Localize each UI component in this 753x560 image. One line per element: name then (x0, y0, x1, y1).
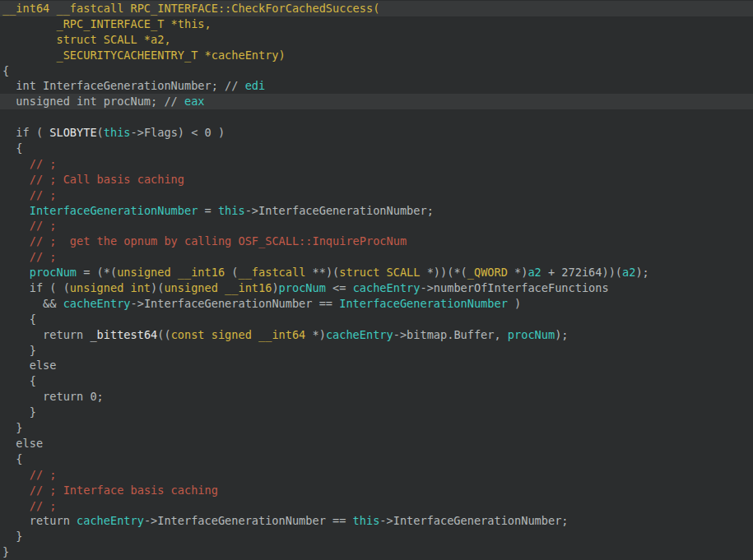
pseudocode-view[interactable]: __int64 __fastcall RPC_INTERFACE::CheckF… (0, 0, 753, 560)
code-line[interactable]: int InterfaceGenerationNumber; // edi (2, 78, 753, 94)
code-line[interactable]: { (2, 63, 753, 79)
code-line[interactable]: { (2, 141, 753, 156)
code-token-type: _QWORD (467, 266, 508, 279)
code-line[interactable]: return cacheEntry->InterfaceGenerationNu… (2, 513, 753, 529)
code-line[interactable]: // ; (2, 498, 753, 514)
code-token-default: else (2, 359, 56, 372)
code-token-default: return 0; (2, 390, 104, 403)
code-token-variable: procNum (279, 281, 326, 294)
code-token-type: unsigned __int16 (164, 281, 272, 294)
code-token-default: ( (225, 266, 238, 279)
code-token-default: ->numberOfInterfaceFunctions (420, 281, 608, 294)
code-line[interactable]: { (2, 451, 753, 467)
code-token-variable: a2 (528, 266, 541, 279)
code-token-variable: this (104, 126, 131, 139)
code-line[interactable]: { (2, 312, 753, 327)
code-line-current[interactable]: __int64 __fastcall RPC_INTERFACE::CheckF… (0, 1, 753, 16)
code-line[interactable]: else (2, 436, 753, 451)
code-line[interactable]: // ; (2, 187, 753, 203)
code-line[interactable]: // ; Interface basis caching (2, 483, 753, 498)
code-token-default: && (2, 297, 63, 310)
code-line[interactable]: return 0; (2, 389, 753, 405)
code-token-variable: cacheEntry (353, 281, 421, 294)
code-line[interactable]: _RPC_INTERFACE_T *this, (2, 16, 753, 32)
code-line[interactable]: } (2, 343, 753, 359)
code-token-default: )( (151, 281, 164, 294)
code-token-default: *) (508, 266, 528, 279)
code-line[interactable]: } (2, 420, 753, 436)
code-token-comment: // ; (30, 250, 57, 263)
code-token-default (2, 234, 30, 248)
code-token-variable: InterfaceGenerationNumber (339, 297, 508, 310)
code-line[interactable]: // ; get the opnum by calling OSF_SCALL:… (2, 234, 753, 249)
code-token-default: ->InterfaceGenerationNumber; (245, 204, 434, 217)
code-line[interactable]: // ; (2, 156, 753, 172)
code-line[interactable]: // ; (2, 249, 753, 265)
code-line-current[interactable]: unsigned int procNum; // eax (0, 94, 753, 109)
code-token-default (2, 188, 30, 201)
code-line[interactable]: _SECURITYCACHEENTRY_T *cacheEntry) (2, 48, 753, 63)
code-token-comment: // ; (30, 219, 57, 232)
code-token-default: ( (97, 126, 104, 139)
code-token-default: = (*( (77, 266, 117, 279)
code-token-default: } (2, 421, 23, 434)
code-line[interactable]: return _bittest64((const signed __int64 … (2, 327, 753, 343)
code-line[interactable]: else (2, 358, 753, 373)
code-token-variable: cacheEntry (77, 514, 144, 527)
code-token-variable: eax (184, 95, 205, 108)
code-line[interactable]: } (2, 544, 753, 560)
code-token-default: ) (508, 297, 521, 310)
code-token-default: <= (326, 281, 353, 294)
code-token-default: { (2, 64, 9, 77)
code-token-default: else (2, 437, 43, 450)
code-line[interactable]: } (2, 529, 753, 544)
code-token-comment: // ; (30, 499, 57, 512)
code-token-default (2, 219, 30, 232)
code-token-default: } (2, 344, 36, 357)
code-token-default: } (2, 545, 9, 558)
code-token-default (2, 484, 30, 497)
code-token-default: ->InterfaceGenerationNumber == (131, 297, 340, 310)
code-token-default: *))(*( (420, 266, 467, 279)
code-token-variable: procNum (30, 266, 77, 279)
code-token-variable: this (218, 204, 245, 217)
code-token-default: *) (305, 328, 326, 341)
code-line[interactable]: procNum = (*(unsigned __int16 (__fastcal… (2, 265, 753, 280)
code-token-default: + 272i64))( (542, 266, 622, 279)
code-token-default: unsigned int procNum; // (2, 95, 184, 108)
code-line[interactable]: // ; (2, 467, 753, 483)
code-token-default (2, 173, 30, 186)
code-line[interactable]: { (2, 373, 753, 389)
code-line[interactable]: struct SCALL *a2, (2, 32, 753, 48)
code-token-default: if ( (2, 126, 49, 139)
code-line[interactable]: if ( (unsigned int)(unsigned __int16)pro… (2, 280, 753, 296)
code-token-type: __fastcall (238, 266, 305, 279)
code-line[interactable]: // ; Call basis caching (2, 172, 753, 187)
code-token-default: } (2, 405, 36, 419)
code-line[interactable]: if ( SLOBYTE(this->Flags) < 0 ) (2, 125, 753, 141)
code-token-default: ->InterfaceGenerationNumber == (144, 514, 353, 527)
code-token-default: (( (157, 328, 170, 341)
code-token-variable: edi (245, 79, 266, 92)
code-token-default: { (2, 452, 23, 465)
code-token-default (2, 157, 30, 170)
code-token-default: return (2, 328, 90, 341)
code-token-default: { (2, 312, 36, 326)
code-line[interactable]: && cacheEntry->InterfaceGenerationNumber… (2, 296, 753, 312)
code-line[interactable]: // ; (2, 218, 753, 234)
code-token-default: ); (635, 266, 648, 279)
code-token-default: = (198, 204, 218, 217)
code-token-variable: cacheEntry (63, 297, 131, 310)
code-token-comment: // ; (30, 157, 57, 170)
code-token-type: unsigned int (70, 281, 151, 294)
code-token-type: _RPC_INTERFACE_T *this, (2, 17, 211, 30)
code-token-default: return (2, 514, 77, 527)
code-token-default: ); (555, 328, 568, 341)
code-token-type: struct SCALL (339, 266, 420, 279)
code-line[interactable]: } (2, 405, 753, 420)
code-line[interactable] (2, 109, 753, 125)
code-line[interactable]: InterfaceGenerationNumber = this->Interf… (2, 203, 753, 219)
code-token-default (2, 250, 30, 263)
code-token-default (2, 499, 30, 512)
code-token-comment: // ; Call basis caching (30, 173, 184, 186)
